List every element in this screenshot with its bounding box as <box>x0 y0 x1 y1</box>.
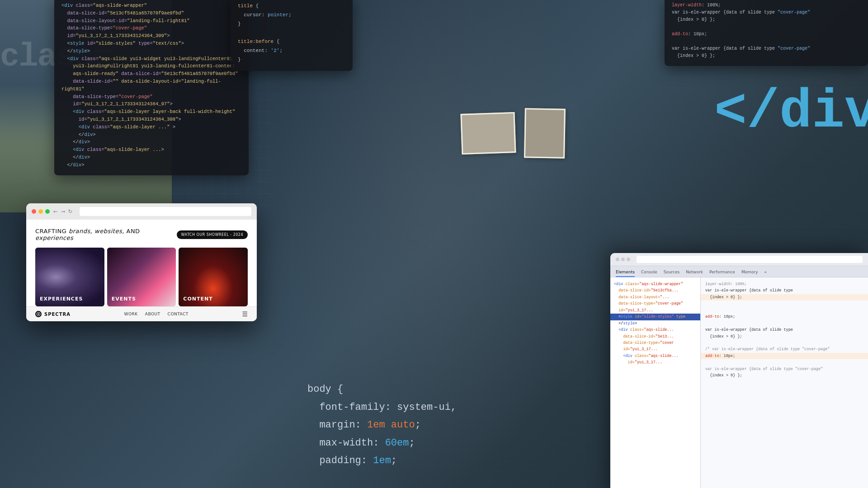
site-nav: WORK ABOUT CONTACT <box>124 312 189 316</box>
css-code-bottom: body { font-family: system-ui, margin: 1… <box>307 380 457 470</box>
tab-elements[interactable]: Elements <box>616 268 635 277</box>
showreel-button[interactable]: WATCH OUR SHOWREEL - 2024 <box>177 230 248 239</box>
hero-text: CRAFTING brands, websites, AND experienc… <box>35 228 177 241</box>
experiences-card[interactable]: EXPERIENCES <box>35 248 104 306</box>
browser-window-controls <box>32 209 50 214</box>
experiences-card-label: EXPERIENCES <box>40 296 83 302</box>
devtools-dot-3 <box>627 258 630 261</box>
code-panel-topcenter: title { cursor: pointer; } title:before … <box>231 0 353 71</box>
css-margin: margin: 1em auto; <box>307 419 421 431</box>
devtools-dot-1 <box>616 258 619 261</box>
refresh-icon[interactable]: ↻ <box>68 208 72 215</box>
wall-area <box>425 104 597 212</box>
hero-experiences: experiences <box>35 235 73 241</box>
nav-about[interactable]: ABOUT <box>145 312 160 316</box>
css-padding: padding: 1em; <box>307 455 397 466</box>
browser-toolbar: ← → ↻ <box>26 203 257 220</box>
logo-text: SPECTRA <box>44 312 71 317</box>
tab-console[interactable]: Console <box>641 268 657 277</box>
svg-point-2 <box>38 314 39 315</box>
site-footer: SPECTRA WORK ABOUT CONTACT ☰ <box>26 306 257 321</box>
css-font-family: font-family: system-ui, <box>307 402 457 413</box>
tab-performance[interactable]: Performance <box>709 268 735 277</box>
browser-url-bar[interactable] <box>80 207 251 216</box>
browser-maximize-dot[interactable] <box>45 209 50 214</box>
div-text-decoration: </div <box>714 81 868 143</box>
tab-more[interactable]: » <box>764 268 767 277</box>
css-body-selector: body { <box>307 384 343 395</box>
forward-icon[interactable]: → <box>61 208 65 215</box>
browser-content: CRAFTING brands, websites, AND experienc… <box>26 220 257 306</box>
devtools-url-bar[interactable] <box>637 256 863 263</box>
devtools-styles-panel: layer-width: 100%; var is-ele-wrapper {d… <box>701 277 868 488</box>
events-card-label: EVENTS <box>112 296 136 302</box>
tab-network[interactable]: Network <box>686 268 703 277</box>
devtools-toolbar <box>610 253 868 266</box>
hero-websites: websites, <box>94 228 124 235</box>
hero-crafting: CRAFTING <box>35 228 66 235</box>
site-cards: EXPERIENCES EVENTS CONTENT <box>35 248 248 306</box>
code-panel-topleft: <div class="aqs-slide-wrapper" data-slic… <box>54 0 249 175</box>
css-max-width: max-width: 60em; <box>307 437 415 449</box>
logo-icon <box>35 311 42 317</box>
site-logo: SPECTRA <box>35 311 71 317</box>
tab-sources[interactable]: Sources <box>664 268 680 277</box>
hero-and: AND <box>126 228 140 235</box>
back-icon[interactable]: ← <box>53 208 58 215</box>
wall-photo-2 <box>524 108 566 159</box>
code-panel-topright: layer-width: 100%; var is-ele-wrapper {d… <box>665 0 868 66</box>
browser-mockup: ← → ↻ CRAFTING brands, websites, AND exp… <box>26 203 257 321</box>
hero-brands: brands, <box>69 228 92 235</box>
hamburger-icon[interactable]: ☰ <box>242 310 248 318</box>
devtools-tabs: Elements Console Sources Network Perform… <box>610 266 868 277</box>
tab-memory[interactable]: Memory <box>741 268 758 277</box>
events-card[interactable]: EVENTS <box>107 248 176 306</box>
devtools-elements-panel: <div class="aqs-slide-wrapper" data-slic… <box>610 277 701 488</box>
browser-minimize-dot[interactable] <box>38 209 43 214</box>
content-card[interactable]: CONTENT <box>179 248 248 306</box>
browser-nav-icons: ← → ↻ <box>53 208 72 215</box>
nav-work[interactable]: WORK <box>124 312 138 316</box>
devtools-panel: Elements Console Sources Network Perform… <box>610 253 868 488</box>
devtools-dot-2 <box>621 258 625 261</box>
devtools-window-controls <box>616 258 630 261</box>
devtools-body: <div class="aqs-slide-wrapper" data-slic… <box>610 277 868 488</box>
browser-close-dot[interactable] <box>32 209 36 214</box>
site-hero-text: CRAFTING brands, websites, AND experienc… <box>35 228 248 241</box>
wall-photo-1 <box>460 112 516 155</box>
nav-contact[interactable]: CONTACT <box>168 312 189 316</box>
content-card-label: CONTENT <box>183 296 212 302</box>
